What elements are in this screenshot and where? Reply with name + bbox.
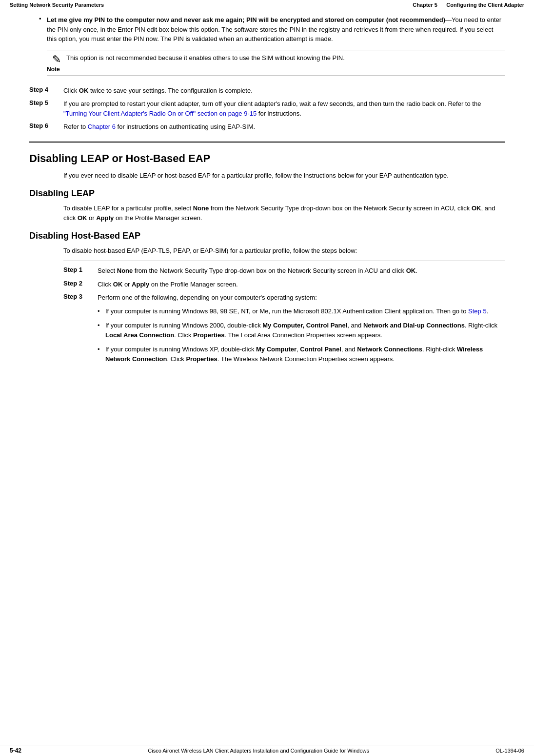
disabling-intro-text: If you ever need to disable LEAP or host… — [63, 171, 505, 181]
section-h2-disabling-leap: Disabling LEAP — [29, 188, 505, 199]
host-eap-step-1-label: Step 1 — [63, 266, 98, 273]
host-eap-step-3: Step 3 Perform one of the following, dep… — [63, 293, 505, 368]
step-6-row: Step 6 Refer to Chapter 6 for instructio… — [29, 122, 505, 132]
header-section-title: Setting Network Security Parameters — [10, 2, 104, 8]
steps-divider — [63, 261, 505, 261]
step-6-content: Refer to Chapter 6 for instructions on a… — [63, 122, 505, 132]
note-box: ✎ Note This option is not recommended be… — [47, 50, 505, 76]
host-eap-step-1: Step 1 Select None from the Network Secu… — [63, 266, 505, 276]
sub-bullet-win2000: • If your computer is running Windows 20… — [98, 321, 505, 340]
bullet-text-pin: Let me give my PIN to the computer now a… — [47, 15, 505, 44]
step-4-row: Step 4 Click OK twice to save your setti… — [29, 86, 505, 96]
sub-bullet-dot-3: • — [98, 345, 105, 354]
main-content: • Let me give my PIN to the computer now… — [0, 10, 534, 402]
host-eap-step-3-label: Step 3 — [63, 293, 98, 300]
disabling-leap-text: To disable LEAP for a particular profile… — [63, 204, 505, 223]
host-eap-step-2: Step 2 Click OK or Apply on the Profile … — [63, 280, 505, 289]
bullet-section: • Let me give my PIN to the computer now… — [29, 15, 505, 76]
step-5-label: Step 5 — [29, 99, 63, 106]
pencil-icon: ✎ — [52, 54, 61, 65]
host-eap-step-1-content: Select None from the Network Security Ty… — [98, 266, 505, 276]
step6-link[interactable]: Chapter 6 — [88, 123, 116, 130]
step-6-label: Step 6 — [29, 122, 63, 129]
sub-bullet-win98: • If your computer is running Windows 98… — [98, 306, 505, 316]
disabling-host-eap-content: To disable host-based EAP (EAP-TLS, PEAP… — [29, 246, 505, 368]
footer-page-number: 5-42 — [10, 747, 21, 754]
page-container: Setting Network Security Parameters Chap… — [0, 0, 534, 756]
bullet-dot: • — [39, 15, 47, 44]
page-header: Setting Network Security Parameters Chap… — [0, 0, 534, 10]
sub-bullet-text-win2000: If your computer is running Windows 2000… — [105, 321, 505, 340]
page-footer: 5-42 Cisco Aironet Wireless LAN Client A… — [0, 745, 534, 756]
host-eap-step-2-label: Step 2 — [63, 280, 98, 287]
step-5-row: Step 5 If you are prompted to restart yo… — [29, 99, 505, 118]
sub-bullet-dot-2: • — [98, 321, 105, 330]
section-h2-disabling-host-eap: Disabling Host-Based EAP — [29, 231, 505, 241]
step5-link[interactable]: "Turning Your Client Adapter's Radio On … — [63, 110, 257, 117]
sub-bullet-text-win98: If your computer is running Windows 98, … — [105, 306, 488, 316]
disabling-host-eap-subsection: Disabling Host-Based EAP To disable host… — [29, 231, 505, 368]
note-label: Note — [47, 66, 66, 73]
section-divider-1 — [29, 142, 505, 143]
sub-bullet-winxp: • If your computer is running Windows XP… — [98, 345, 505, 364]
step-4-label: Step 4 — [29, 86, 63, 93]
section-h1-disabling-leap-host: Disabling LEAP or Host-Based EAP — [29, 152, 505, 165]
header-chapter-title: Chapter 5 Configuring the Client Adapter — [413, 2, 524, 8]
sub-bullet-text-winxp: If your computer is running Windows XP, … — [105, 345, 505, 364]
sub-bullets-step3: • If your computer is running Windows 98… — [98, 306, 505, 364]
disabling-host-eap-intro: To disable host-based EAP (EAP-TLS, PEAP… — [63, 246, 505, 256]
disabling-leap-content: To disable LEAP for a particular profile… — [29, 204, 505, 223]
disabling-intro: If you ever need to disable LEAP or host… — [29, 171, 505, 181]
host-eap-step-2-content: Click OK or Apply on the Profile Manager… — [98, 280, 505, 289]
disabling-leap-host-section: Disabling LEAP or Host-Based EAP If you … — [29, 152, 505, 369]
footer-title: Cisco Aironet Wireless LAN Client Adapte… — [21, 748, 495, 754]
host-eap-step-3-content: Perform one of the following, depending … — [98, 293, 505, 368]
note-content: This option is not recommended because i… — [66, 53, 345, 63]
footer-doc-number: OL-1394-06 — [495, 748, 524, 754]
step-4-content: Click OK twice to save your settings. Th… — [63, 86, 505, 96]
disabling-leap-subsection: Disabling LEAP To disable LEAP for a par… — [29, 188, 505, 223]
sub-bullet-dot-1: • — [98, 306, 105, 316]
step5-ref-link[interactable]: Step 5 — [468, 307, 487, 315]
steps-top-section: Step 4 Click OK twice to save your setti… — [29, 86, 505, 132]
step-5-content: If you are prompted to restart your clie… — [63, 99, 505, 118]
bullet-item-pin: • Let me give my PIN to the computer now… — [39, 15, 505, 44]
note-icon: ✎ Note — [47, 53, 66, 73]
